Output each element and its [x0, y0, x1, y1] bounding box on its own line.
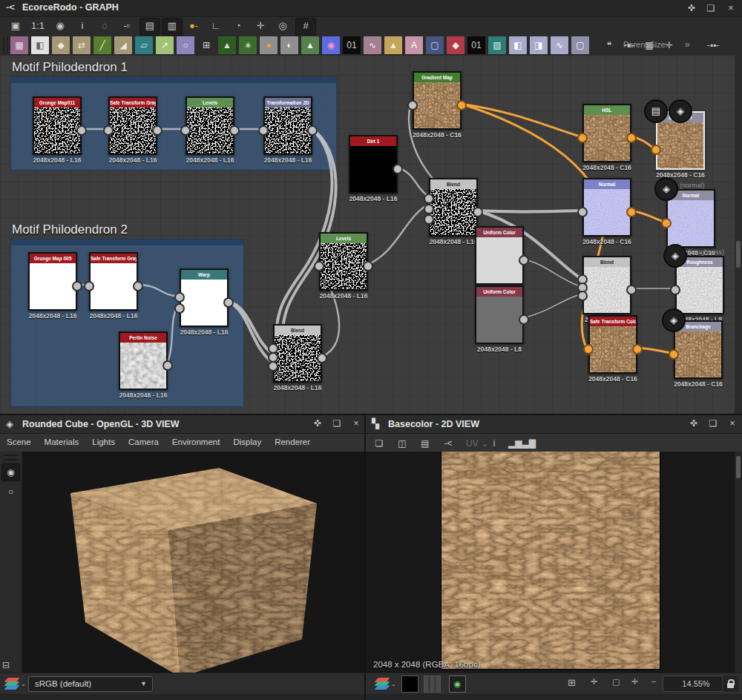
output-connector[interactable] [317, 353, 327, 363]
palette-curve-node-button[interactable]: ∿ [551, 36, 568, 54]
input-connector[interactable] [407, 100, 418, 110]
palette-frame-node-button[interactable]: ▢ [571, 36, 589, 54]
zoom-out-button[interactable]: − [651, 677, 656, 686]
fit-view-icon[interactable]: ▢ [612, 677, 620, 687]
render-node-button[interactable]: ◎ [273, 18, 292, 34]
palette-spline-button[interactable]: ∿ [364, 36, 381, 54]
link-display-button[interactable]: -▫ [117, 18, 137, 34]
pan-icon[interactable]: ✛ [631, 677, 638, 687]
input-connector[interactable] [651, 145, 661, 155]
palette-gradient-map-button[interactable]: ◉ [322, 36, 340, 54]
tiling-swatch[interactable] [424, 676, 441, 693]
input-connector[interactable] [268, 361, 278, 372]
input-connector[interactable] [577, 291, 588, 301]
menu-display[interactable]: Display [226, 434, 268, 446]
output-connector[interactable] [393, 164, 403, 174]
palette-gradient-button[interactable]: ◢ [114, 36, 132, 54]
palette-tile-sampler-button[interactable]: ⊞ [197, 36, 215, 54]
input-connector[interactable] [577, 207, 588, 217]
link-size-button[interactable]: -▪▪- [705, 36, 721, 54]
background-swatch[interactable] [401, 676, 418, 693]
2d-view-scrollbar[interactable] [735, 452, 742, 673]
graph-view-button[interactable]: ▤ [139, 18, 160, 36]
graph-node-grunge-map-005[interactable]: Grunge Map 0052048x2048 - L16 [28, 252, 77, 311]
palette-channel-shuffle-button[interactable]: ⇄ [73, 36, 91, 54]
graph-canvas[interactable]: Motif Philodendron 1Motif Philodendron 2 [0, 56, 742, 414]
palette-shape-extract-button[interactable]: ◐ [280, 36, 298, 54]
camera-icon[interactable]: ◉ [1, 463, 20, 481]
graph-node-output-roughness[interactable]: (roughness)◈Roughness2048x2048 - L8 [675, 256, 724, 314]
menu-materials[interactable]: Materials [38, 434, 86, 446]
3d-viewport[interactable]: ◉○ ⊟ [0, 452, 364, 673]
input-connector[interactable] [670, 285, 680, 295]
paste-icon[interactable]: ▤ [416, 436, 434, 451]
info-icon[interactable]: i [485, 436, 503, 451]
graph-node-safe-transform-color[interactable]: Safe Transform Color2048x2048 - C16 [588, 315, 637, 374]
graph-node-blend-3[interactable]: Blend2048x2048 - L8 [582, 256, 631, 314]
stacked-view-button[interactable]: ▥ [162, 18, 183, 36]
scene-tree-icon[interactable]: ⊟ [2, 660, 10, 670]
input-connector[interactable] [669, 349, 679, 360]
input-connector[interactable] [174, 292, 185, 303]
output-connector[interactable] [162, 360, 173, 371]
graph-node-levels-1[interactable]: Levels2048x2048 - L16 [186, 96, 234, 155]
palette-gradient-node-button[interactable]: ◨ [530, 36, 548, 54]
palette-symmetry-button[interactable]: ▲ [384, 36, 402, 54]
input-connector[interactable] [314, 261, 324, 271]
close-icon[interactable]: × [349, 417, 364, 430]
palette-svg-button[interactable]: ◧ [31, 36, 49, 54]
input-connector[interactable] [174, 303, 185, 314]
input-connector[interactable] [583, 344, 594, 354]
pin-icon[interactable]: ✜ [310, 417, 325, 430]
compute-time-button[interactable]: ◔ [229, 18, 248, 34]
output-connector[interactable] [519, 314, 529, 325]
close-icon[interactable]: × [725, 417, 740, 430]
zoom-1-1-button[interactable]: 1:1 [28, 18, 47, 34]
export-icon[interactable]: ❏ [370, 436, 388, 451]
output-connector[interactable] [72, 281, 82, 291]
zoom-level-field[interactable]: 14.55% [663, 676, 729, 692]
palette-fill-node-button[interactable]: ◧ [509, 36, 527, 54]
output-connector[interactable] [626, 285, 637, 295]
input-connector[interactable] [84, 281, 94, 291]
graph-node-grunge-map-011[interactable]: Grunge Map0112048x2048 - L16 [33, 96, 82, 155]
restore-icon[interactable]: ❏ [703, 1, 718, 15]
2d-viewport[interactable]: 2048 x 2048 (RGBA, 16bpc) [366, 452, 742, 673]
link-mode-button[interactable]: ●- [184, 18, 203, 34]
restore-icon[interactable]: ❏ [329, 417, 344, 430]
input-connector[interactable] [258, 125, 269, 136]
output-connector[interactable] [223, 297, 234, 308]
palette-bitmap-01-button[interactable]: 01 [343, 36, 361, 54]
graph-node-uniform-color-1[interactable]: Uniform Color2048x2048 - L8 [475, 226, 524, 285]
view-in-3d-icon[interactable]: ◈ [654, 177, 678, 201]
restore-icon[interactable]: ❏ [706, 417, 720, 430]
output-connector[interactable] [519, 255, 529, 265]
frame-all-button[interactable]: ▣ [6, 18, 25, 34]
graph-node-output-normal[interactable]: (normal)◈Normal2048x2048 - C16 [666, 189, 715, 248]
output-connector[interactable] [76, 125, 87, 136]
graph-node-blend-1[interactable]: Blend2048x2048 - L16 [429, 178, 478, 237]
menu-scene[interactable]: Scene [0, 434, 38, 446]
connector-style-button[interactable]: ∟ [206, 18, 226, 34]
palette-height-blend-button[interactable]: ▲ [218, 36, 236, 54]
chevron-down-icon[interactable]: ⌄ [21, 681, 26, 687]
input-connector[interactable] [424, 204, 434, 214]
pixel-size-icon[interactable]: ✛ [591, 677, 597, 687]
palette-curve-button[interactable]: ╱ [93, 36, 111, 54]
grid-icon[interactable]: ⊞ [568, 677, 576, 688]
output-connector[interactable] [133, 281, 143, 291]
output-connector[interactable] [307, 125, 318, 136]
output-connector[interactable] [363, 261, 373, 271]
pin-icon[interactable]: ✜ [686, 417, 701, 430]
menu-renderer[interactable]: Renderer [268, 434, 317, 446]
palette-directional-warp-button[interactable]: ↗ [156, 36, 174, 54]
palette-scatter-button[interactable]: ∗ [239, 36, 257, 54]
graph-node-safe-transform-grayscale-2[interactable]: Safe Transform Graysc..2048x2048 - L16 [89, 252, 138, 311]
input-connector[interactable] [661, 218, 672, 228]
input-connector[interactable] [577, 133, 588, 143]
graph-node-output-branchage[interactable]: ◈Branchage2048x2048 - C16 [674, 320, 723, 379]
colorspace-dropdown[interactable]: sRGB (default) ▼ [28, 676, 153, 692]
palette-comment-button[interactable]: ❝ [601, 36, 617, 54]
graph-node-blend-2[interactable]: Blend2048x2048 - L16 [273, 324, 322, 383]
output-connector[interactable] [632, 344, 643, 354]
